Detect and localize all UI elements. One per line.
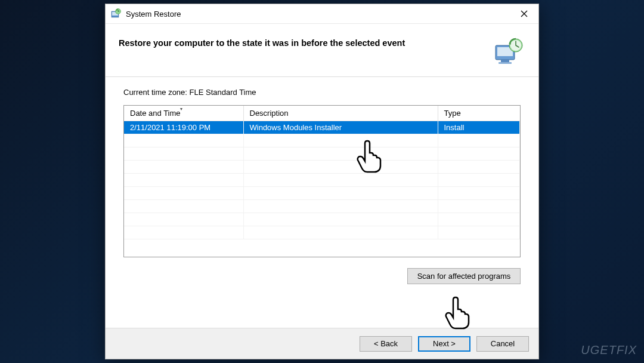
svg-rect-8 xyxy=(501,60,509,62)
scan-button-row: Scan for affected programs xyxy=(123,268,521,284)
sort-descending-icon: ▾ xyxy=(180,106,182,112)
table-header-row: Date and Time ▾ Description Type xyxy=(124,106,520,121)
restore-points-table: Date and Time ▾ Description Type 2/11/20… xyxy=(123,105,521,257)
table-row-empty xyxy=(124,199,520,213)
back-button[interactable]: < Back xyxy=(360,336,412,352)
table-row-empty xyxy=(124,147,520,160)
system-restore-large-icon xyxy=(492,37,524,66)
table-row-empty xyxy=(124,213,520,226)
table-row-empty xyxy=(124,173,520,186)
dialog-footer: < Back Next > Cancel xyxy=(106,328,538,359)
header-date-label: Date and Time xyxy=(130,109,181,118)
cell-description: Windows Modules Installer xyxy=(243,121,438,134)
table-row-empty xyxy=(124,134,520,147)
table-row-empty xyxy=(124,186,520,199)
cell-date: 2/11/2021 11:19:00 PM xyxy=(124,121,243,134)
table-row-empty xyxy=(124,160,520,173)
close-button[interactable] xyxy=(510,5,537,23)
svg-rect-9 xyxy=(499,62,512,64)
content-area: Current time zone: FLE Standard Time Dat… xyxy=(106,77,538,290)
cell-type: Install xyxy=(438,121,520,134)
watermark: UGETFIX xyxy=(581,343,637,357)
column-header-type[interactable]: Type xyxy=(438,106,520,121)
table-row-empty xyxy=(124,226,520,239)
column-header-description[interactable]: Description xyxy=(243,106,438,121)
page-heading: Restore your computer to the state it wa… xyxy=(119,37,492,48)
scan-affected-programs-button[interactable]: Scan for affected programs xyxy=(407,268,521,284)
system-restore-dialog: System Restore Restore your computer to … xyxy=(105,4,539,359)
column-header-date[interactable]: Date and Time ▾ xyxy=(124,106,243,121)
table-row[interactable]: 2/11/2021 11:19:00 PM Windows Modules In… xyxy=(124,121,520,134)
heading-row: Restore your computer to the state it wa… xyxy=(106,24,538,70)
window-title: System Restore xyxy=(126,10,510,19)
close-icon xyxy=(521,10,528,17)
titlebar: System Restore xyxy=(106,4,538,24)
next-button[interactable]: Next > xyxy=(418,336,470,352)
cancel-button[interactable]: Cancel xyxy=(476,336,529,352)
system-restore-icon xyxy=(110,8,121,19)
timezone-label: Current time zone: FLE Standard Time xyxy=(123,88,521,97)
